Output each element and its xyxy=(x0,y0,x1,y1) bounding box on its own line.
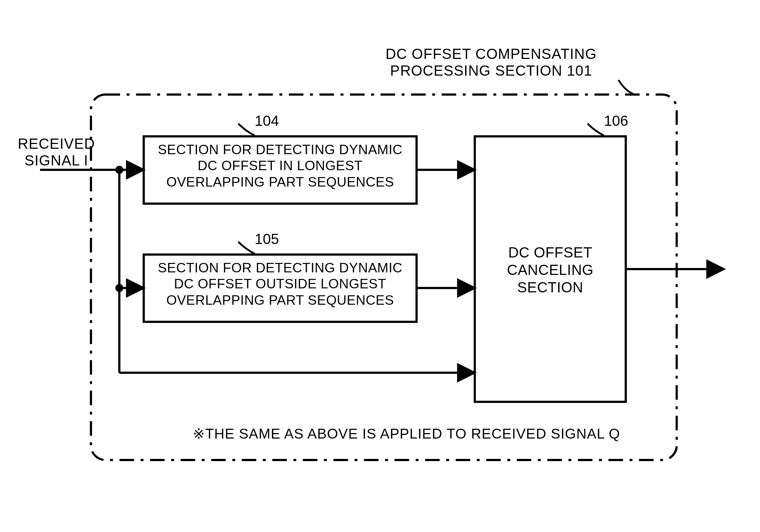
block-105-ref: 105 xyxy=(255,231,279,247)
junction-dot-2 xyxy=(115,284,123,292)
block-106-ref: 106 xyxy=(604,113,628,129)
block-105-pointer xyxy=(238,242,255,254)
input-signal-label: RECEIVED SIGNAL I xyxy=(15,135,98,169)
block-104-ref: 104 xyxy=(255,113,279,129)
input-label-l2: SIGNAL I xyxy=(24,152,88,168)
input-label-l1: RECEIVED xyxy=(18,136,95,152)
block-106-pointer xyxy=(588,124,604,136)
block-106-text: DC OFFSET CANCELING SECTION xyxy=(475,244,626,296)
junction-dot-1 xyxy=(115,166,123,174)
block-104-pointer xyxy=(238,124,255,136)
block-105-l3: OVERLAPPING PART SEQUENCES xyxy=(166,293,394,308)
block-105-l1: SECTION FOR DETECTING DYNAMIC xyxy=(158,260,402,275)
title-line2: PROCESSING SECTION 101 xyxy=(390,63,592,79)
title-pointer xyxy=(618,80,635,95)
section-101-title: DC OFFSET COMPENSATING PROCESSING SECTIO… xyxy=(351,45,631,79)
block-104-l1: SECTION FOR DETECTING DYNAMIC xyxy=(158,142,402,157)
block-104-l2: DC OFFSET IN LONGEST xyxy=(198,158,362,173)
block-106-l1: DC OFFSET xyxy=(508,244,592,260)
block-106-l2: CANCELING xyxy=(507,262,594,278)
block-106-l3: SECTION xyxy=(517,279,583,295)
title-line1: DC OFFSET COMPENSATING xyxy=(386,46,597,62)
block-105-l2: DC OFFSET OUTSIDE LONGEST xyxy=(174,276,386,291)
block-104-text: SECTION FOR DETECTING DYNAMIC DC OFFSET … xyxy=(144,142,417,190)
block-105-text: SECTION FOR DETECTING DYNAMIC DC OFFSET … xyxy=(144,260,417,308)
block-104-l3: OVERLAPPING PART SEQUENCES xyxy=(166,175,394,189)
footnote-text: ※THE SAME AS ABOVE IS APPLIED TO RECEIVE… xyxy=(193,425,620,442)
